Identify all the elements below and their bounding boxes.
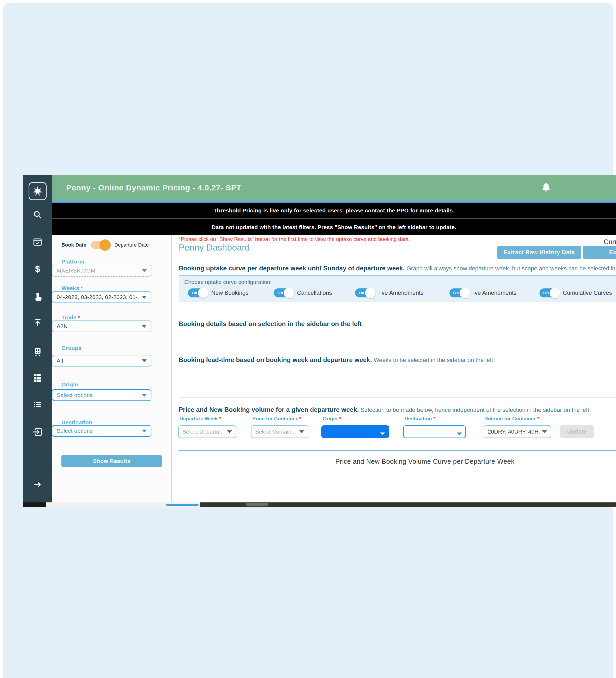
- maersk-logo-icon[interactable]: [23, 182, 52, 200]
- groups-select[interactable]: All: [52, 355, 152, 367]
- dropdown-caret-icon: [227, 430, 232, 433]
- volume-for-container-label: Volume for Container: [485, 416, 536, 421]
- list-menu-icon[interactable]: [23, 400, 52, 410]
- filter-trade: Trade*: [61, 314, 162, 321]
- hand-click-icon[interactable]: [23, 292, 52, 302]
- required-marker: *: [78, 314, 80, 321]
- config-label: Choose uptake curve configuration:: [184, 279, 272, 285]
- filter-weeks: Weeks*: [61, 285, 162, 291]
- page-title: Penny Dashboard: [179, 242, 250, 253]
- filter-sidebar: Book Date Departure Date Platform MAERSK…: [52, 235, 172, 502]
- horizontal-scrollbar-dark[interactable]: [200, 502, 616, 507]
- destination-form-select[interactable]: [403, 425, 466, 438]
- toggle-cumulative-curves: On Cumulative Curves: [539, 289, 612, 297]
- booking-details-heading: Booking details based on selection in th…: [179, 320, 362, 328]
- price-heading-bold: Price and New Booking volume for a given…: [179, 406, 359, 413]
- notification-bell-icon[interactable]: [540, 182, 552, 193]
- penny-app-window: Penny - Online Dynamic Pricing - 4.0.27-…: [23, 175, 616, 507]
- origin-select[interactable]: Select options: [52, 389, 152, 401]
- uptake-config-panel: Choose uptake curve configuration: On Ne…: [179, 275, 616, 302]
- extract-raw-button-2[interactable]: Extract Ra: [583, 246, 616, 259]
- filter-groups: Groups: [61, 345, 162, 351]
- dropdown-caret-icon: [142, 269, 147, 272]
- price-for-container-select[interactable]: Select Contain...: [251, 425, 309, 438]
- train-icon[interactable]: [23, 346, 52, 357]
- trade-select[interactable]: A2N: [52, 321, 152, 332]
- new-bookings-switch[interactable]: On: [188, 289, 207, 297]
- toggle-new-bookings: On New Bookings: [188, 289, 249, 297]
- scrollbar-thumb[interactable]: [246, 503, 268, 506]
- platform-select[interactable]: MAERSK.COM: [52, 265, 152, 276]
- extract-raw-history-button[interactable]: Extract Raw History Data: [497, 246, 581, 259]
- origin-label: Origin: [61, 381, 162, 388]
- dollar-icon[interactable]: $: [23, 264, 52, 274]
- neg-amendments-switch[interactable]: On: [450, 289, 468, 297]
- section-divider: [179, 311, 616, 311]
- toggle-label: Cancellations: [297, 290, 332, 296]
- required-marker: *: [339, 416, 341, 421]
- dropdown-caret-icon: [142, 296, 147, 299]
- weeks-select[interactable]: 04-2023, 03-2023, 02-2023, 01-...: [52, 291, 152, 303]
- toggle-label: New Bookings: [211, 290, 249, 296]
- show-results-button[interactable]: Show Results: [61, 455, 162, 467]
- price-heading-note: Selection to be made below, hence indepe…: [361, 407, 589, 413]
- toggle-neg-amendments: On -ve Amendments: [450, 289, 517, 297]
- toggle-knob: [459, 288, 470, 298]
- toggle-knob: [365, 288, 376, 298]
- book-date-label: Book Date: [61, 242, 86, 248]
- screenshot-canvas: Penny - Online Dynamic Pricing - 4.0.27-…: [0, 0, 616, 678]
- chart-title: Price and New Booking Volume Curve per D…: [179, 458, 616, 465]
- toggle-knob: [99, 239, 111, 251]
- horizontal-scrollbar-light[interactable]: [46, 502, 200, 507]
- search-icon[interactable]: [23, 210, 52, 220]
- toggle-label: Cumulative Curves: [563, 290, 612, 296]
- required-marker: *: [299, 416, 301, 421]
- scrollbar-thumb-blue[interactable]: [166, 504, 199, 506]
- toggle-label: +ve Amendments: [378, 290, 423, 296]
- cancellations-switch[interactable]: On: [274, 289, 293, 297]
- required-marker: *: [433, 416, 435, 421]
- weeks-label: Weeks: [61, 285, 79, 291]
- dropdown-caret-icon: [142, 360, 147, 362]
- cumulative-curves-switch[interactable]: On: [539, 289, 559, 297]
- departure-date-label: Departure Date: [114, 242, 149, 248]
- uptake-heading-note: Graph will always show departure week, b…: [407, 265, 616, 272]
- calendar-check-icon[interactable]: [23, 237, 52, 248]
- toggle-label: -ve Amendments: [473, 290, 517, 296]
- dropdown-caret-icon: [380, 432, 385, 436]
- dropdown-caret-icon: [142, 429, 147, 432]
- leadtime-section-heading: Booking lead-time based on booking week …: [179, 356, 493, 364]
- required-marker: *: [81, 285, 83, 291]
- section-divider: [179, 397, 616, 398]
- volume-for-container-select[interactable]: 20DRY, 40DRY, 40H...: [484, 425, 551, 438]
- filter-destination: Destination: [61, 419, 162, 426]
- filter-platform: Platform: [61, 259, 162, 265]
- sign-out-icon[interactable]: [23, 427, 52, 437]
- destination-select[interactable]: Select options: [52, 425, 152, 437]
- pos-amendments-switch[interactable]: On: [355, 289, 374, 297]
- departure-week-select[interactable]: Select Departu...: [178, 425, 236, 438]
- first-time-notice: *Please click on "Show Results" button f…: [179, 236, 410, 242]
- dropdown-caret-icon: [299, 430, 304, 433]
- current-info-text: Curre: [604, 238, 616, 246]
- toggle-cancellations: On Cancellations: [274, 289, 332, 297]
- grid-menu-icon[interactable]: [23, 373, 52, 383]
- destination-label: Destination: [61, 419, 162, 426]
- nav-sidebar: $: [23, 175, 52, 502]
- toggle-knob: [198, 288, 209, 298]
- date-mode-toggle-row: Book Date Departure Date: [61, 240, 149, 250]
- uptake-section-heading: Booking uptake curve per departure week …: [179, 265, 616, 272]
- collapse-arrow-icon[interactable]: [23, 479, 52, 490]
- leadtime-heading-note: Weeks to be selected in the sidebar on t…: [374, 357, 493, 363]
- dropdown-caret-icon: [457, 432, 462, 436]
- footer-left-segment: [23, 502, 46, 507]
- departure-week-label: Departure Week: [179, 416, 217, 421]
- upload-icon[interactable]: [23, 317, 52, 328]
- update-button[interactable]: Update: [560, 425, 594, 438]
- volume-for-container-group: Volume for Container* 20DRY, 40DRY, 40H.…: [484, 416, 551, 422]
- date-mode-toggle[interactable]: [91, 241, 109, 249]
- svg-text:$: $: [35, 264, 40, 274]
- origin-form-group: Origin*: [321, 416, 389, 422]
- origin-form-select[interactable]: [321, 425, 389, 438]
- panel-divider: [171, 235, 171, 502]
